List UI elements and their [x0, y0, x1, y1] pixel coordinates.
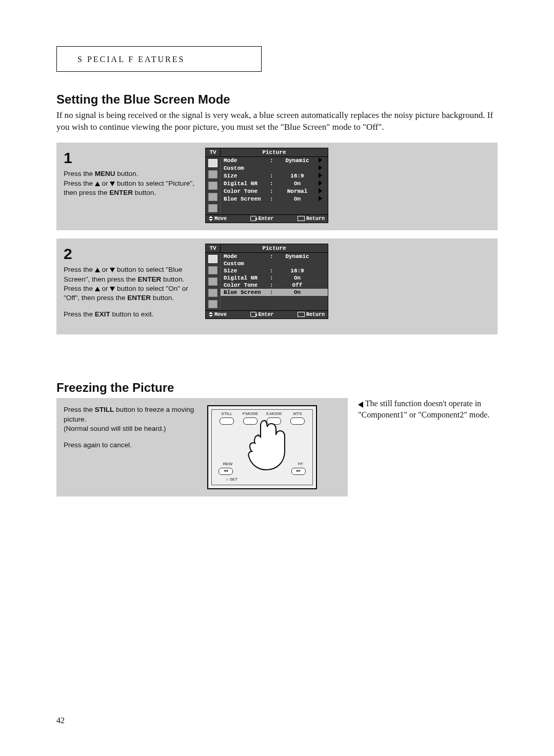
t: Press again to cancel. — [64, 441, 197, 450]
section1-title: Setting the Blue Screen Mode — [56, 92, 498, 107]
t: STILL — [95, 406, 114, 413]
enter-icon — [250, 312, 256, 317]
osd-row: Mode:Dynamic — [221, 157, 328, 165]
osd-row: Custom — [221, 260, 328, 267]
step-2: 2 Press the or button to select "Blue Sc… — [56, 238, 498, 335]
picture-tab-icon — [208, 159, 217, 167]
t: EXIT — [95, 310, 110, 318]
osd-key: Mode — [224, 157, 270, 164]
freeze-block: Press the STILL button to freeze a movin… — [56, 398, 348, 496]
osd-row: Size:16:9 — [221, 267, 328, 274]
osd-row: Digital NR:On — [221, 274, 328, 282]
ff-button: ▸▸ — [291, 468, 306, 475]
down-arrow-icon — [110, 287, 115, 291]
osd-value: Dynamic — [276, 157, 319, 164]
section1-intro: If no signal is being received or the si… — [56, 110, 498, 133]
t: Return — [306, 312, 325, 317]
setup-tab-icon — [208, 204, 217, 212]
osd-value: On — [276, 196, 319, 202]
osd-value: 16:9 — [276, 268, 319, 274]
osd-title: Picture — [221, 244, 328, 252]
osd-colon: : — [270, 282, 276, 288]
osd-colon: : — [270, 253, 276, 260]
osd-value: 16:9 — [276, 173, 319, 179]
step-1-number: 1 — [64, 148, 197, 169]
timer-tab-icon — [208, 193, 217, 201]
osd-value: On — [276, 181, 319, 187]
step-1: 1 Press the MENU button. Press the or bu… — [56, 143, 498, 230]
remote-illustration: STILL P.MODE S.MODE MTS ADD REW FF ◂◂ ▸▸… — [207, 405, 317, 489]
move-icon — [209, 312, 213, 317]
osd-colon: : — [270, 173, 276, 179]
ff-label: FF — [290, 462, 311, 466]
t: Enter — [258, 216, 273, 222]
t: or — [100, 285, 110, 292]
osd-key: Custom — [224, 165, 270, 171]
t: Press the — [64, 180, 95, 187]
osd-colon: : — [270, 275, 276, 281]
osd-key: Color Tone — [224, 188, 270, 194]
osd-tv-label: TV — [206, 244, 221, 252]
osd-colon: : — [270, 188, 276, 194]
t: button. — [151, 294, 174, 302]
osd-sidebar — [206, 157, 221, 214]
hand-icon — [236, 416, 293, 473]
down-arrow-icon — [110, 182, 115, 186]
t: ENTER — [137, 275, 161, 283]
channel-tab-icon — [208, 277, 217, 286]
up-arrow-icon — [95, 182, 100, 186]
t: SET — [230, 477, 238, 482]
chevron-right-icon — [319, 188, 326, 195]
t: Enter — [258, 312, 273, 317]
osd-list: Mode:DynamicCustomSize:16:9Digital NR:On… — [221, 157, 328, 214]
step-2-number: 2 — [64, 244, 197, 265]
t: Press the — [64, 170, 95, 177]
t: (Normal sound will still be heard.) — [64, 424, 197, 433]
t: or — [100, 266, 110, 273]
up-arrow-icon — [95, 268, 100, 272]
t: MENU — [95, 170, 115, 177]
t: Press the — [64, 285, 95, 292]
section-header: S PECIAL F EATURES — [56, 46, 262, 72]
t: Press the — [64, 406, 95, 413]
chevron-right-icon — [319, 196, 326, 203]
osd-colon: : — [270, 181, 276, 187]
t: Return — [306, 216, 325, 222]
t: Press the — [64, 266, 95, 273]
chevron-right-icon — [319, 165, 326, 172]
osd-key: Blue Screen — [224, 289, 270, 295]
sound-tab-icon — [208, 266, 217, 274]
timer-tab-icon — [208, 289, 217, 297]
t: button to exit. — [110, 310, 154, 318]
osd-colon: : — [270, 289, 276, 295]
t: Move — [214, 312, 227, 317]
osd-value: Normal — [276, 188, 319, 194]
osd-key: Digital NR — [224, 181, 270, 187]
chevron-right-icon — [319, 157, 326, 164]
osd-colon: : — [270, 268, 276, 274]
t: The still function doesn't operate in "C… — [358, 399, 489, 419]
step-2-text: 2 Press the or button to select "Blue Sc… — [64, 244, 197, 320]
step-1-text: 1 Press the MENU button. Press the or bu… — [64, 148, 197, 223]
t: Press the — [64, 310, 95, 318]
up-arrow-icon — [95, 287, 100, 291]
osd-key: Mode — [224, 253, 270, 260]
osd-list: Mode:DynamicCustomSize:16:9Digital NR:On… — [221, 253, 328, 310]
chevron-right-icon — [319, 181, 326, 187]
freeze-text: Press the STILL button to freeze a movin… — [64, 405, 197, 489]
osd-row: Color Tone:Off — [221, 282, 328, 289]
sound-tab-icon — [208, 170, 217, 178]
t: ENTER — [127, 294, 151, 302]
osd-value: On — [276, 275, 319, 281]
osd-key: Size — [224, 173, 270, 179]
osd-value: Off — [276, 282, 319, 288]
pmode-label: P.MODE — [240, 411, 261, 416]
osd-value: On — [276, 289, 319, 295]
page-number: 42 — [56, 716, 65, 725]
osd-menu-2: TV Picture Mode:DynamicCustomSize:16:9Di… — [205, 244, 328, 320]
osd-menu-1: TV Picture Mode:DynamicCustomSize:16:9Di… — [205, 148, 328, 223]
smode-label: S.MODE — [264, 411, 284, 416]
osd-key: Custom — [224, 261, 270, 267]
left-arrow-icon — [358, 402, 363, 408]
osd-row: Mode:Dynamic — [221, 253, 328, 260]
